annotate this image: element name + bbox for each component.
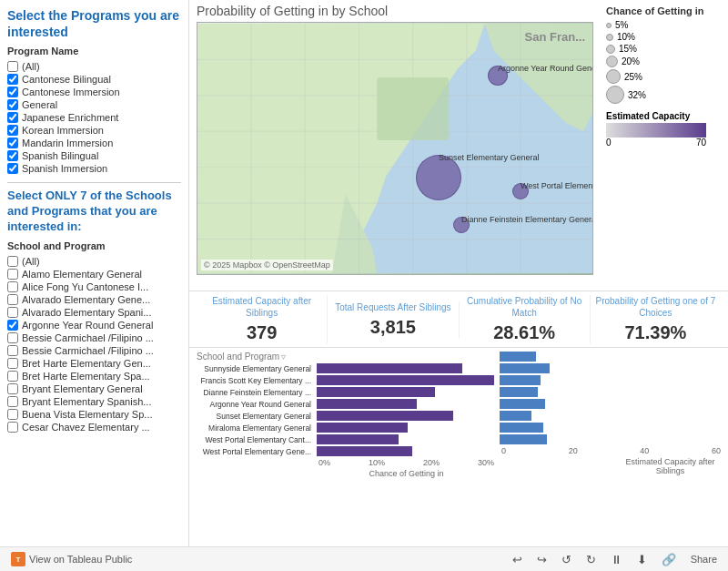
chart2-bars	[498, 352, 721, 444]
chart1-bar-row: Francis Scott Key Elementary ...	[197, 375, 494, 385]
school-item[interactable]: Buena Vista Elementary Sp...	[7, 408, 181, 421]
legend-circle-icon	[606, 34, 613, 41]
program-name-label: Program Name	[7, 46, 181, 56]
stat-header: Cumulative Probability of No Match	[463, 295, 586, 319]
school-item[interactable]: Bessie Carmichael /Filipino ...	[7, 331, 181, 344]
program-item[interactable]: Korean Immersion	[7, 124, 181, 137]
chart1-sort-icon[interactable]: ▿	[281, 352, 286, 362]
chart2-bar-row	[498, 411, 721, 421]
chart1-bar-row: Sunset Elementary General	[197, 411, 494, 421]
chart1-bar-row: Sunnyside Elementary General	[197, 363, 494, 373]
stat-col: Probability of Getting one of 7 Choices7…	[591, 295, 721, 343]
school-item[interactable]: Alice Fong Yu Cantonese I...	[7, 280, 181, 293]
program-item[interactable]: Cantonese Immersion	[7, 86, 181, 98]
legend-bar-container: Estimated Capacity 0 70	[606, 111, 723, 148]
chart2-bar-row	[498, 423, 721, 433]
bar2-fill	[500, 387, 538, 397]
stat-value: 3,815	[331, 317, 454, 338]
bar2-fill	[500, 363, 550, 373]
map-bubble-label: West Portal Elementary	[521, 181, 593, 190]
share-icon[interactable]: 🔗	[662, 553, 676, 566]
stat-value: 28.61%	[463, 322, 586, 343]
map-title: Probability of Getting in by School	[189, 0, 601, 22]
chart2-bar-row	[498, 387, 721, 397]
program-checkbox-list: (All)Cantonese BilingualCantonese Immers…	[7, 60, 181, 175]
chart2-bar-row	[498, 363, 721, 373]
stat-value: 71.39%	[594, 322, 717, 343]
pause-icon[interactable]: ⏸	[611, 553, 622, 566]
school-item[interactable]: Cesar Chavez Elementary ...	[7, 421, 181, 433]
forward-icon[interactable]: ↻	[586, 553, 596, 566]
program-item[interactable]: (All)	[7, 60, 181, 73]
map-region-label: San Fran...	[525, 30, 585, 44]
legend-circle-icon	[606, 86, 624, 104]
select-schools-title: Select ONLY 7 of the Schools and Program…	[7, 189, 181, 235]
program-item[interactable]: Spanish Bilingual	[7, 149, 181, 162]
school-item[interactable]: Bryant Elementary Spanish...	[7, 395, 181, 408]
stat-col: Estimated Capacity after Siblings379	[197, 295, 328, 343]
stat-header: Probability of Getting one of 7 Choices	[594, 295, 717, 319]
select-programs-title: Select the Programs you are interested	[7, 7, 181, 40]
chart1-x-label: Chance of Getting in	[197, 469, 494, 478]
school-checkbox-list: (All)Alamo Elementary GeneralAlice Fong …	[7, 255, 181, 433]
map-bubble-label: Dianne Feinstein Elementary General	[461, 215, 593, 224]
chart1-container: School and Program ▿ Sunnyside Elementar…	[197, 352, 494, 526]
school-item[interactable]: Argonne Year Round General	[7, 319, 181, 331]
chart2-bar-row	[498, 399, 721, 409]
map-area: Probability of Getting in by School	[189, 0, 601, 291]
chart2-bar-row	[498, 375, 721, 385]
bar2-fill	[500, 399, 545, 409]
chart2-bar-row	[498, 352, 721, 362]
chart1-bar-row: Dianne Feinstein Elementary ...	[197, 387, 494, 397]
school-item[interactable]: Alvarado Elementary Spani...	[7, 306, 181, 319]
revert-icon[interactable]: ↺	[561, 553, 571, 566]
share-label[interactable]: Share	[691, 554, 717, 565]
school-item[interactable]: Bryant Elementary General	[7, 382, 181, 395]
view-on-tableau-label[interactable]: View on Tableau Public	[29, 554, 132, 565]
svg-rect-16	[377, 77, 449, 140]
bar2-fill	[500, 352, 536, 362]
program-item[interactable]: Mandarin Immersion	[7, 137, 181, 149]
school-item[interactable]: (All)	[7, 255, 181, 268]
school-item[interactable]: Bret Harte Elementary Gen...	[7, 357, 181, 370]
stat-header: Estimated Capacity after Siblings	[200, 295, 323, 319]
legend-item: 5%	[606, 20, 723, 30]
chart1-bar-row: Miraloma Elementary General	[197, 423, 494, 433]
bar2-fill	[500, 411, 531, 421]
school-item[interactable]: Bessie Carmichael /Filipino ...	[7, 344, 181, 357]
legend-gradient-bar	[606, 123, 706, 138]
map-container[interactable]: Argonne Year Round GeneralSunset Element…	[197, 22, 593, 275]
chart1-bar-row: West Portal Elementary Gene...	[197, 446, 494, 456]
stat-col: Total Requests After Siblings3,815	[328, 301, 459, 338]
bar-fill	[317, 446, 412, 456]
bar-fill	[317, 363, 462, 373]
chart1-x-axis: 0%10%20%30%	[197, 458, 494, 467]
legend-circle-icon	[606, 56, 618, 67]
bar2-fill	[500, 375, 541, 385]
left-panel: Select the Programs you are interested P…	[0, 0, 189, 546]
legend-bar-range: 0 70	[606, 138, 706, 148]
program-item[interactable]: General	[7, 98, 181, 111]
footer-right: ↩ ↪ ↺ ↻ ⏸ ⬇ 🔗 Share	[512, 553, 717, 566]
school-item[interactable]: Bret Harte Elementary Spa...	[7, 370, 181, 382]
undo-icon[interactable]: ↩	[512, 553, 522, 566]
download-icon[interactable]: ⬇	[637, 553, 647, 566]
school-item[interactable]: Alamo Elementary General	[7, 268, 181, 280]
program-item[interactable]: Japanese Enrichment	[7, 111, 181, 124]
legend-bar-max: 70	[696, 138, 706, 148]
legend-item: 15%	[606, 44, 723, 54]
legend-bar-title: Estimated Capacity	[606, 111, 723, 121]
chart1-bars: Sunnyside Elementary GeneralFrancis Scot…	[197, 363, 494, 456]
bottom-section: School and Program ▿ Sunnyside Elementar…	[189, 348, 728, 530]
bar-fill	[317, 387, 435, 397]
chart1-bar-row: West Portal Elementary Cant...	[197, 434, 494, 444]
redo-icon[interactable]: ↪	[537, 553, 547, 566]
school-item[interactable]: Alvarado Elementary Gene...	[7, 293, 181, 306]
footer-left: T View on Tableau Public	[11, 552, 132, 566]
chart1-title-row: School and Program ▿	[197, 352, 494, 362]
program-item[interactable]: Cantonese Bilingual	[7, 73, 181, 86]
legend-circle-icon	[606, 45, 615, 54]
right-panel: Probability of Getting in by School	[189, 0, 728, 546]
bar2-fill	[500, 423, 543, 433]
program-item[interactable]: Spanish Immersion	[7, 162, 181, 175]
